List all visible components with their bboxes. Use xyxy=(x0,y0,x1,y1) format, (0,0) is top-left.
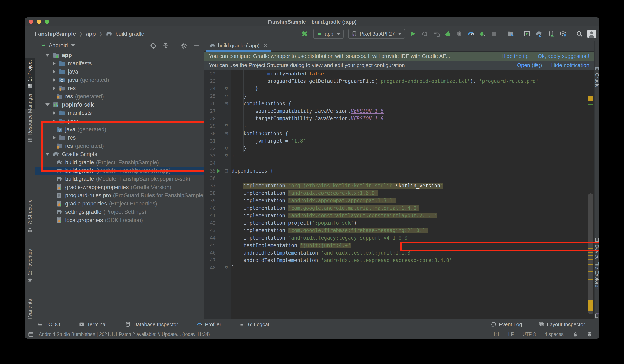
fold-marker-icon[interactable]: ⌂ xyxy=(224,85,229,92)
code-line-47[interactable]: 47 androidTestImplementation 'androidx.t… xyxy=(204,257,594,264)
code-line-36[interactable]: 36 xyxy=(204,175,594,182)
inspection-warning-square[interactable] xyxy=(588,96,593,101)
fold-marker-icon[interactable]: ⌂ xyxy=(224,152,229,159)
hide-notification-link[interactable]: Hide notification xyxy=(551,62,589,68)
code-line-40[interactable]: 40 implementation 'com.google.android.ma… xyxy=(204,205,594,212)
tree-item-manifests[interactable]: manifests xyxy=(35,59,204,68)
gradle-daemon-icon[interactable] xyxy=(587,332,592,337)
breadcrumb-module[interactable]: app xyxy=(86,31,96,37)
code-line-39[interactable]: 39 implementation 'androidx.appcompat:ap… xyxy=(204,197,594,204)
fold-marker-icon[interactable]: ⌂ xyxy=(224,122,229,130)
code-line-22[interactable]: 22 minifyEnabled false xyxy=(204,70,594,77)
tab-database-inspector[interactable]: Database Inspector xyxy=(125,321,178,327)
code-line-44[interactable]: 44 implementation 'androidx.legacy:legac… xyxy=(204,234,594,242)
code-viewport[interactable]: 22 minifyEnabled false23 proguardFiles g… xyxy=(204,70,594,319)
fold-marker-icon[interactable]: ⌂ xyxy=(224,145,229,152)
status-message[interactable]: Android Studio Bumblebee | 2021.1.1 Patc… xyxy=(39,332,210,337)
fold-marker-icon[interactable]: ⊟ xyxy=(224,167,229,175)
hide-the-tip-link[interactable]: Hide the tip xyxy=(501,53,529,59)
device-dropdown[interactable]: Pixel 3a API 27 xyxy=(348,29,405,39)
expand-arrow-icon[interactable] xyxy=(53,61,55,66)
gear-icon[interactable] xyxy=(180,42,187,49)
run-gutter-icon[interactable] xyxy=(217,169,220,173)
tab-logcat[interactable]: 6: Logcat xyxy=(240,321,269,327)
debug-button[interactable] xyxy=(444,30,451,37)
project-view-selector[interactable]: Android xyxy=(40,42,75,49)
code-line-48[interactable]: 48⌂} xyxy=(204,264,594,272)
fold-marker-icon[interactable]: ⊟ xyxy=(224,100,229,107)
sidebar-tab-resource-manager[interactable]: Resource Manager xyxy=(25,91,35,157)
expand-arrow-icon[interactable] xyxy=(53,78,55,82)
sdk-manager-icon[interactable] xyxy=(559,30,567,37)
open-project-structure-link[interactable]: Open (⌘;) xyxy=(517,62,542,68)
run-coverage-icon[interactable] xyxy=(456,30,463,37)
tab-terminal[interactable]: Terminal xyxy=(79,321,106,327)
tree-item-local-properties[interactable]: local.properties(SDK Location) xyxy=(35,216,204,224)
device-manager-icon[interactable] xyxy=(548,30,555,37)
expand-arrow-icon[interactable] xyxy=(53,70,55,74)
locate-file-icon[interactable] xyxy=(150,42,157,49)
code-line-41[interactable]: 41 implementation 'androidx.constraintla… xyxy=(204,212,594,219)
code-line-43[interactable]: 43 implementation 'com.google.firebase:f… xyxy=(204,227,594,234)
run-config-dropdown[interactable]: app xyxy=(313,29,344,39)
code-line-33[interactable]: 33⌂} xyxy=(204,152,594,159)
editor-area[interactable]: build.gradle (:app) ✕ You can configure … xyxy=(204,41,594,319)
tree-item-java[interactable]: java(generated) xyxy=(35,76,204,84)
code-line-37[interactable]: 37 implementation "org.jetbrains.kotlin:… xyxy=(204,182,594,189)
code-line-35[interactable]: 35⊟dependencies { xyxy=(204,167,594,175)
tree-item-manifests[interactable]: manifests xyxy=(35,109,204,117)
build-hammer-icon[interactable] xyxy=(300,30,309,38)
sidebar-tab-gradle[interactable]: Gradle xyxy=(592,65,599,88)
window-icon[interactable] xyxy=(28,332,34,337)
search-icon[interactable] xyxy=(576,30,583,37)
code-line-30[interactable]: 30⊟ kotlinOptions { xyxy=(204,130,594,137)
expand-arrow-icon[interactable] xyxy=(53,111,55,115)
breadcrumb-file[interactable]: build.gradle xyxy=(116,31,144,37)
collapse-arrow-icon[interactable] xyxy=(45,103,50,106)
captures-icon[interactable] xyxy=(507,30,514,37)
tree-item-gradle-wrapper-properties[interactable]: gradle-wrapper.properties(Gradle Version… xyxy=(35,183,204,191)
layout-inspector-run-icon[interactable] xyxy=(523,30,530,37)
tree-item-res[interactable]: res xyxy=(35,84,204,92)
warning-block[interactable] xyxy=(588,300,593,311)
code-line-29[interactable]: 29⌂ } xyxy=(204,122,594,130)
attach-debugger-icon[interactable] xyxy=(479,30,486,37)
code-line-25[interactable]: 25⌂ } xyxy=(204,92,594,100)
tab-event-log[interactable]: Event Log xyxy=(491,321,522,327)
fold-marker-icon[interactable]: ⌂ xyxy=(224,92,229,100)
sidebar-tab-2-favorites[interactable]: 2: Favorites xyxy=(25,247,35,295)
file-encoding[interactable]: UTF-8 xyxy=(522,332,536,337)
apply-suggestion-link[interactable]: Ok, apply suggestion! xyxy=(538,53,589,59)
tree-item-proguard-rules-pro[interactable]: proguard-rules.pro(ProGuard Rules for Fa… xyxy=(35,191,204,200)
caret-position[interactable]: 1:1 xyxy=(493,332,500,337)
fold-marker-icon[interactable]: ⊟ xyxy=(224,130,229,137)
tree-item-gradle-properties[interactable]: gradle.properties(Project Properties) xyxy=(35,200,204,208)
tab-todo[interactable]: TODO xyxy=(37,321,60,327)
tree-item-settings-gradle[interactable]: settings.gradle(Project Settings) xyxy=(35,208,204,216)
code-line-34[interactable]: 34 xyxy=(204,159,594,167)
tab-profiler[interactable]: Profiler xyxy=(197,321,221,327)
collapse-arrow-icon[interactable] xyxy=(45,54,50,57)
apply-code-changes-icon[interactable] xyxy=(433,30,440,37)
line-ending[interactable]: LF xyxy=(508,332,514,337)
close-icon[interactable]: ✕ xyxy=(263,43,268,49)
tree-item-popinfo-sdk[interactable]: popinfo-sdk xyxy=(35,101,204,109)
expand-arrow-icon[interactable] xyxy=(53,86,55,90)
profile-avatar[interactable] xyxy=(587,30,596,38)
tree-item-java[interactable]: java xyxy=(35,68,204,76)
code-line-38[interactable]: 38 implementation 'androidx.core:core-kt… xyxy=(204,189,594,197)
tree-item-res[interactable]: res(generated) xyxy=(35,92,204,101)
code-line-31[interactable]: 31 jvmTarget = '1.8' xyxy=(204,137,594,145)
run-button[interactable] xyxy=(410,30,416,37)
hide-panel-icon[interactable] xyxy=(193,42,200,49)
editor-tab[interactable]: build.gradle (:app) ✕ xyxy=(206,41,271,51)
breadcrumb-project[interactable]: FanshipSample xyxy=(35,31,76,37)
apply-changes-icon[interactable] xyxy=(421,30,428,37)
code-line-27[interactable]: 27 sourceCompatibility JavaVersion.VERSI… xyxy=(204,107,594,115)
code-line-23[interactable]: 23 proguardFiles getDefaultProguardFile(… xyxy=(204,77,594,85)
code-line-32[interactable]: 32⌂ } xyxy=(204,145,594,152)
fold-marker-icon[interactable]: ⌂ xyxy=(224,264,229,272)
code-line-42[interactable]: 42 implementation project(':popinfo-sdk'… xyxy=(204,219,594,227)
sidebar-tab-7-structure[interactable]: 7: Structure xyxy=(25,197,35,245)
tree-item-build-gradle[interactable]: build.gradle(Module: FanshipSample.popin… xyxy=(35,175,204,183)
